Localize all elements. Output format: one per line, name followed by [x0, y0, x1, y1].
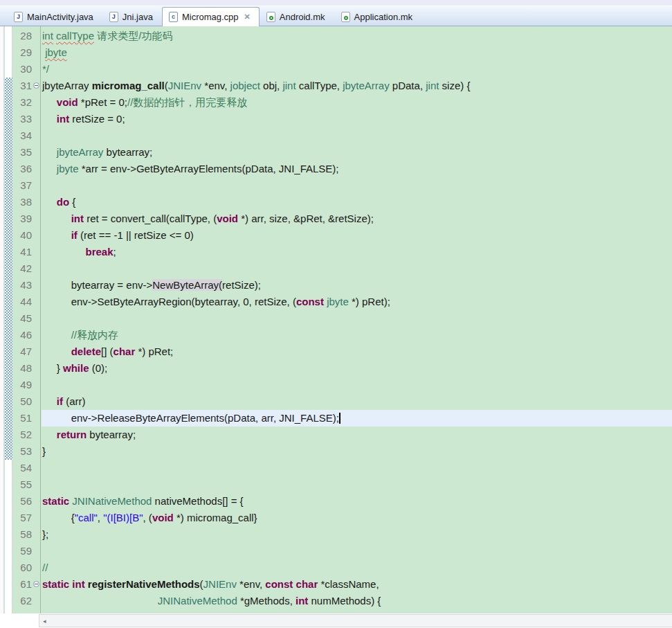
- fold-collapse-icon[interactable]: [33, 82, 39, 89]
- line-number[interactable]: 49: [13, 377, 32, 393]
- comment: //释放内存: [71, 329, 118, 341]
- code-line[interactable]: [42, 476, 672, 493]
- line-number[interactable]: 60: [13, 559, 32, 576]
- code-line[interactable]: int callType 请求类型/功能码: [42, 28, 672, 44]
- line-number[interactable]: 31: [13, 78, 32, 94]
- line-number[interactable]: 30: [13, 61, 32, 78]
- tab-android-mk[interactable]: Android.mk: [260, 8, 334, 26]
- code-line[interactable]: if (arr): [42, 393, 672, 410]
- code-line[interactable]: [42, 460, 672, 476]
- line-number[interactable]: 47: [13, 343, 32, 360]
- tab-jni-java[interactable]: JJni.java: [102, 8, 162, 26]
- code-line[interactable]: [42, 127, 672, 144]
- line-number[interactable]: 55: [13, 476, 32, 493]
- comment: //: [42, 562, 48, 573]
- code-line[interactable]: if (ret == -1 || retSize <= 0): [42, 227, 672, 244]
- keyword: do: [57, 196, 69, 208]
- line-number[interactable]: 46: [13, 327, 32, 343]
- annotation-ruler[interactable]: [0, 26, 4, 613]
- line-number[interactable]: 61: [13, 576, 32, 593]
- tab-mainactivity-java[interactable]: JMainActivity.java: [7, 8, 102, 26]
- code-line[interactable]: jbyte: [42, 44, 672, 61]
- code-text: obj,: [260, 80, 283, 91]
- line-number[interactable]: 28: [13, 28, 32, 44]
- code-text: [42, 163, 57, 174]
- code-line[interactable]: jbyteArray bytearray;: [42, 144, 672, 161]
- horizontal-scrollbar[interactable]: ◂: [39, 614, 672, 627]
- type-name: jbyteArray: [343, 80, 390, 91]
- close-tab-icon[interactable]: ✕: [244, 12, 251, 21]
- code-line[interactable]: JNINativeMethod *gMethods, int numMethod…: [42, 593, 672, 609]
- line-number[interactable]: 57: [13, 510, 32, 526]
- code-line[interactable]: [42, 310, 672, 327]
- tab-micromag-cpp[interactable]: cMicromag.cpp✕: [162, 7, 260, 26]
- line-number[interactable]: 44: [13, 294, 32, 310]
- code-editor[interactable]: 2829303132333435363738394041424344454647…: [0, 26, 672, 613]
- code-line[interactable]: [42, 543, 672, 559]
- code-line[interactable]: [42, 260, 672, 277]
- line-number[interactable]: 33: [13, 111, 32, 127]
- code-line[interactable]: return bytearray;: [42, 427, 672, 443]
- line-number[interactable]: 29: [13, 44, 32, 61]
- code-text: jbyteArray: [42, 80, 92, 91]
- code-line[interactable]: };: [42, 526, 672, 543]
- line-number[interactable]: 54: [13, 460, 32, 476]
- code-line[interactable]: {"call", "(I[BI)[B", (void *) micromag_c…: [42, 510, 672, 526]
- line-number[interactable]: 38: [13, 194, 32, 210]
- line-number[interactable]: 48: [13, 360, 32, 377]
- line-number[interactable]: 39: [13, 210, 32, 227]
- code-line[interactable]: [42, 377, 672, 393]
- code-lines[interactable]: int callType 请求类型/功能码 jbyte*/jbyteArray …: [42, 28, 672, 613]
- scrollbar-corner: [0, 614, 38, 627]
- line-number[interactable]: 40: [13, 227, 32, 244]
- line-numbers[interactable]: 2829303132333435363738394041424344454647…: [13, 28, 32, 613]
- code-line[interactable]: jbyte *arr = env->GetByteArrayElements(p…: [42, 161, 672, 177]
- code-line[interactable]: static JNINativeMethod nativeMethods[] =…: [42, 493, 672, 510]
- keyword: char: [296, 578, 318, 590]
- code-line[interactable]: //释放内存: [42, 327, 672, 343]
- scroll-left-arrow-icon[interactable]: ◂: [39, 618, 46, 625]
- fold-collapse-icon[interactable]: [33, 581, 39, 587]
- code-line[interactable]: jbyteArray micromag_call(JNIEnv *env, jo…: [42, 78, 672, 94]
- keyword: int: [71, 213, 84, 224]
- tab-application-mk[interactable]: Application.mk: [334, 8, 422, 26]
- range-indicator-column[interactable]: [5, 26, 12, 613]
- keyword: static: [42, 495, 69, 507]
- line-number[interactable]: 45: [13, 310, 32, 327]
- line-number[interactable]: 52: [13, 427, 32, 443]
- line-number[interactable]: 36: [13, 161, 32, 177]
- code-line[interactable]: env->SetByteArrayRegion(bytearray, 0, re…: [42, 294, 672, 310]
- code-line[interactable]: do {: [42, 194, 672, 210]
- code-line[interactable]: delete[] (char *) pRet;: [42, 343, 672, 360]
- code-text: [42, 213, 71, 224]
- line-number[interactable]: 51: [13, 410, 32, 427]
- line-number[interactable]: 35: [13, 144, 32, 161]
- line-number[interactable]: 41: [13, 244, 32, 260]
- line-number[interactable]: 43: [13, 277, 32, 294]
- line-number[interactable]: 56: [13, 493, 32, 510]
- line-number[interactable]: 42: [13, 260, 32, 277]
- code-line[interactable]: bytearray = env->NewByteArray(retSize);: [42, 277, 672, 294]
- code-line[interactable]: */: [42, 61, 672, 78]
- line-number[interactable]: 50: [13, 393, 32, 410]
- code-text: {: [69, 196, 75, 208]
- line-number[interactable]: 59: [13, 543, 32, 559]
- code-line[interactable]: int retSize = 0;: [42, 111, 672, 127]
- code-line[interactable]: env->ReleaseByteArrayElements(pData, arr…: [42, 410, 672, 427]
- code-line[interactable]: //: [42, 559, 672, 576]
- code-line[interactable]: static int registerNativeMethods(JNIEnv …: [42, 576, 672, 593]
- line-number[interactable]: 53: [13, 443, 32, 460]
- line-number[interactable]: 37: [13, 177, 32, 194]
- code-line[interactable]: }: [42, 443, 672, 460]
- line-number[interactable]: 58: [13, 526, 32, 543]
- code-line[interactable]: [42, 177, 672, 194]
- type-name: jbyte: [57, 163, 79, 174]
- code-line[interactable]: break;: [42, 244, 672, 260]
- code-text: }: [42, 445, 46, 457]
- code-line[interactable]: int ret = convert_call(callType, (void *…: [42, 210, 672, 227]
- line-number[interactable]: 32: [13, 94, 32, 111]
- code-line[interactable]: void *pRet = 0;//数据的指针，用完要释放: [42, 94, 672, 111]
- code-line[interactable]: } while (0);: [42, 360, 672, 377]
- line-number[interactable]: 34: [13, 127, 32, 144]
- line-number[interactable]: 62: [13, 593, 32, 609]
